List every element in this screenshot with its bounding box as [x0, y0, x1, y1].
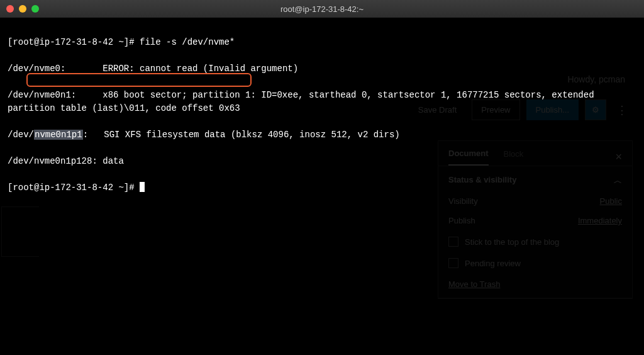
terminal-cursor — [140, 182, 145, 192]
window-title: root@ip-172-31-8-42:~ — [280, 4, 364, 14]
output-text: ERROR: cannot read (Invalid argument) — [103, 64, 298, 74]
publish-value[interactable]: Immediately — [578, 216, 622, 225]
command-text: file -s /dev/nvme* — [140, 37, 235, 47]
left-panel-edge — [1, 206, 39, 257]
move-to-trash-link[interactable]: Move to Trash — [448, 279, 622, 289]
stick-top-label: Stick to the top of the blog — [465, 237, 559, 247]
output-text: SGI XFS filesystem data (blksz 4096, ino… — [104, 130, 399, 140]
minimize-window-button[interactable] — [19, 5, 26, 13]
output-mid: : — [83, 130, 104, 140]
window-titlebar: root@ip-172-31-8-42:~ — [0, 0, 644, 18]
output-device: /dev/nvme0: — [8, 64, 103, 74]
shell-prompt: [root@ip-172-31-8-42 ~]# — [8, 37, 140, 47]
traffic-lights — [6, 5, 39, 13]
shell-prompt: [root@ip-172-31-8-42 ~]# — [8, 183, 140, 193]
stick-top-checkbox[interactable] — [448, 237, 458, 247]
publish-label: Publish — [448, 216, 475, 225]
output-line: /dev/nvme0n1p128: data — [8, 155, 636, 168]
output-prefix: /dev/ — [8, 130, 34, 140]
terminal-output[interactable]: [root@ip-172-31-8-42 ~]# file -s /dev/nv… — [0, 18, 644, 213]
output-line: /dev/nvme0n1: x86 boot sector; partition… — [8, 89, 636, 115]
selected-text: nvme0n1p1 — [34, 130, 83, 140]
close-window-button[interactable] — [6, 5, 14, 13]
pending-review-label: Pending review — [465, 259, 521, 268]
pending-review-checkbox[interactable] — [448, 258, 458, 268]
maximize-window-button[interactable] — [31, 5, 39, 13]
